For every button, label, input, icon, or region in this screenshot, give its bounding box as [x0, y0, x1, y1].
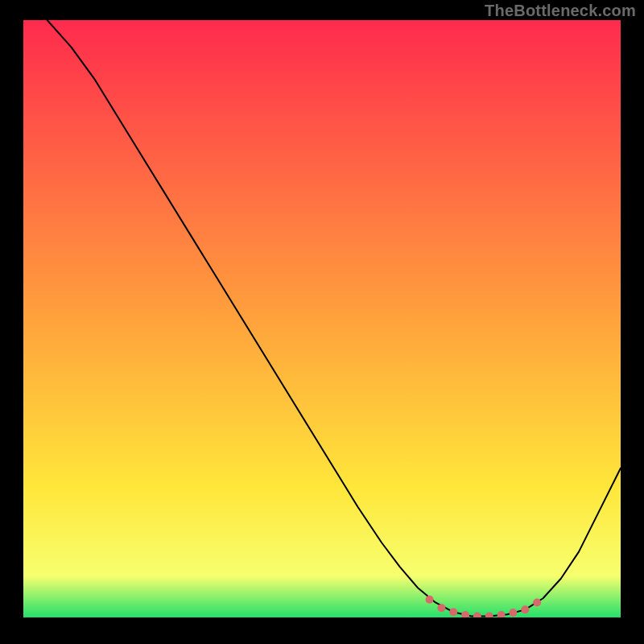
curve-dot	[449, 608, 457, 616]
curve-dot	[509, 609, 517, 617]
watermark-text: TheBottleneck.com	[485, 2, 636, 20]
curve-dot	[521, 605, 529, 613]
curve-dot	[437, 604, 445, 612]
chart-frame: TheBottleneck.com	[0, 0, 644, 644]
curve-dot	[533, 598, 541, 606]
bottleneck-chart	[23, 20, 621, 617]
curve-dot	[426, 596, 434, 604]
